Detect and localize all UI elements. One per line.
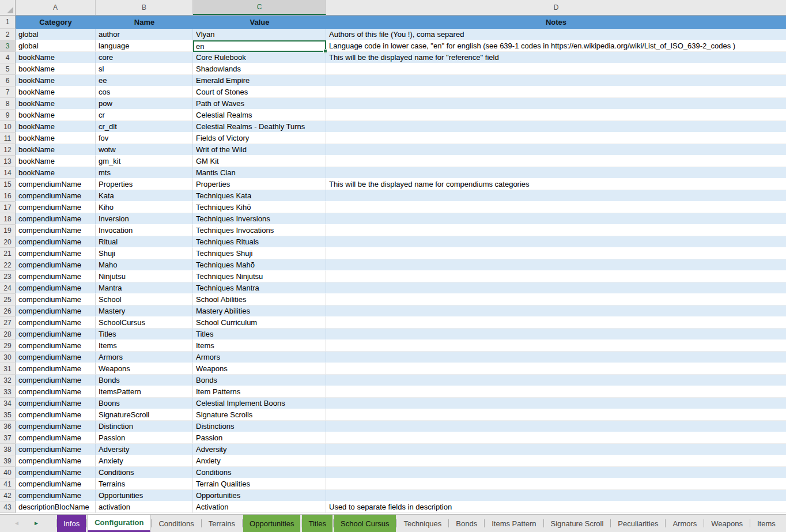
cell-value[interactable]: Signature Scrolls <box>193 409 326 421</box>
cell-category[interactable]: compendiumName <box>16 340 96 352</box>
cell-name[interactable]: core <box>96 52 193 63</box>
cell-name[interactable]: language <box>96 40 193 52</box>
column-header-a[interactable]: A <box>16 0 96 15</box>
cell-name[interactable]: Armors <box>96 352 193 363</box>
cell-notes[interactable] <box>326 490 786 501</box>
cell-value[interactable]: Techniques Kihõ <box>193 202 326 213</box>
column-header-c[interactable]: C <box>193 0 326 15</box>
cell-notes[interactable] <box>326 202 786 213</box>
cell-category[interactable]: compendiumName <box>16 421 96 432</box>
cell-notes[interactable]: This will be the displayed name for comp… <box>326 179 786 190</box>
cell-value[interactable]: Titles <box>193 329 326 340</box>
cell-notes[interactable] <box>326 121 786 133</box>
cell-name[interactable]: Opportunities <box>96 490 193 501</box>
row-number[interactable]: 5 <box>0 63 16 75</box>
row-number[interactable]: 26 <box>0 305 16 317</box>
cell-notes[interactable] <box>326 409 786 421</box>
cell-name[interactable]: fov <box>96 133 193 144</box>
cell-category[interactable]: compendiumName <box>16 259 96 271</box>
row-number[interactable]: 16 <box>0 190 16 202</box>
row-number[interactable]: 35 <box>0 409 16 421</box>
cell-value[interactable]: Adversity <box>193 444 326 455</box>
cell-value[interactable]: School Curriculum <box>193 317 326 329</box>
cell-category[interactable]: compendiumName <box>16 294 96 305</box>
cell-name[interactable]: SignatureScroll <box>96 409 193 421</box>
row-number[interactable]: 42 <box>0 490 16 501</box>
cell-category[interactable]: bookName <box>16 144 96 156</box>
cell-notes[interactable] <box>326 167 786 179</box>
row-number[interactable]: 37 <box>0 432 16 444</box>
cell-name[interactable]: Anxiety <box>96 455 193 467</box>
cell-name[interactable]: Bonds <box>96 375 193 386</box>
cell-name[interactable]: Items <box>96 340 193 352</box>
cell-notes[interactable] <box>326 352 786 363</box>
cell-category[interactable]: compendiumName <box>16 409 96 421</box>
tab-scroll-right-icon[interactable]: ► <box>33 520 39 526</box>
cell-name[interactable]: Conditions <box>96 467 193 478</box>
cell-notes[interactable]: Language code in lower case, "en" for en… <box>326 40 786 52</box>
row-number[interactable]: 13 <box>0 156 16 167</box>
row-number[interactable]: 17 <box>0 202 16 213</box>
cell-notes[interactable] <box>326 305 786 317</box>
sheet-tab-bonds[interactable]: Bonds <box>449 515 483 532</box>
cell-value[interactable]: Celestial Implement Boons <box>193 398 326 409</box>
cell-name[interactable]: Titles <box>96 329 193 340</box>
cell-notes[interactable] <box>326 144 786 156</box>
cell-name[interactable]: Invocation <box>96 225 193 236</box>
cell-notes[interactable] <box>326 248 786 259</box>
cell-value[interactable]: Court of Stones <box>193 86 326 98</box>
cell-value[interactable]: Terrain Qualities <box>193 478 326 490</box>
cell-category[interactable]: compendiumName <box>16 282 96 294</box>
cell-category[interactable]: compendiumName <box>16 467 96 478</box>
cell-category[interactable]: compendiumName <box>16 317 96 329</box>
cell-value[interactable]: Armors <box>193 352 326 363</box>
cell-value[interactable]: Bonds <box>193 375 326 386</box>
cell-category[interactable]: bookName <box>16 63 96 75</box>
cell-notes[interactable] <box>326 63 786 75</box>
cell-notes[interactable] <box>326 455 786 467</box>
cell-category[interactable]: compendiumName <box>16 271 96 282</box>
cell-notes[interactable] <box>326 386 786 398</box>
cell-notes[interactable] <box>326 86 786 98</box>
tab-scroll-left-icon[interactable]: ◄ <box>14 520 20 526</box>
cell-category[interactable]: compendiumName <box>16 225 96 236</box>
header-cell-notes[interactable]: Notes <box>326 16 786 29</box>
cell-category[interactable]: global <box>16 40 96 52</box>
row-number[interactable]: 8 <box>0 98 16 110</box>
cell-value[interactable]: Item Patterns <box>193 386 326 398</box>
cell-category[interactable]: compendiumName <box>16 478 96 490</box>
cell-value[interactable]: Writ of the Wild <box>193 144 326 156</box>
row-number[interactable]: 15 <box>0 179 16 190</box>
row-number[interactable]: 4 <box>0 52 16 63</box>
cell-category[interactable]: bookName <box>16 98 96 110</box>
sheet-tab-conditions[interactable]: Conditions <box>152 515 200 532</box>
cell-value[interactable]: Techniques Rituals <box>193 236 326 248</box>
cell-category[interactable]: bookName <box>16 110 96 121</box>
cell-notes[interactable] <box>326 225 786 236</box>
cell-category[interactable]: bookName <box>16 86 96 98</box>
cell-value[interactable]: Techniques Kata <box>193 190 326 202</box>
cell-value[interactable]: Anxiety <box>193 455 326 467</box>
cell-notes[interactable] <box>326 444 786 455</box>
cell-notes[interactable] <box>326 363 786 375</box>
cell-category[interactable]: bookName <box>16 167 96 179</box>
cell-value[interactable]: Techniques Mantra <box>193 282 326 294</box>
sheet-tab-weapons[interactable]: Weapons <box>705 515 749 532</box>
row-number[interactable]: 7 <box>0 86 16 98</box>
cell-name[interactable]: cr_dlt <box>96 121 193 133</box>
row-number[interactable]: 28 <box>0 329 16 340</box>
cell-value[interactable]: Weapons <box>193 363 326 375</box>
row-number[interactable]: 24 <box>0 282 16 294</box>
cell-notes[interactable]: Authors of this file (You !), coma separ… <box>326 29 786 40</box>
cell-value[interactable]: Vlyan <box>193 29 326 40</box>
cell-category[interactable]: compendiumName <box>16 236 96 248</box>
sheet-tab-items[interactable]: Items <box>751 515 782 532</box>
sheet-tab-signature-scroll[interactable]: Signature Scroll <box>545 515 610 532</box>
sheet-tab-armors[interactable]: Armors <box>666 515 703 532</box>
cell-notes[interactable] <box>326 271 786 282</box>
row-number[interactable]: 1 <box>0 16 16 29</box>
cell-name[interactable]: gm_kit <box>96 156 193 167</box>
cell-notes[interactable] <box>326 133 786 144</box>
cell-category[interactable]: compendiumName <box>16 386 96 398</box>
cell-name[interactable]: Terrains <box>96 478 193 490</box>
